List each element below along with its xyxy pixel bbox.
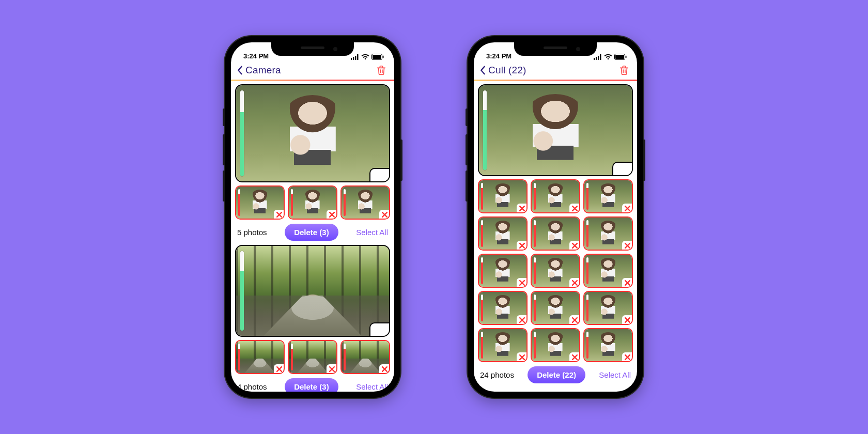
photo-thumb[interactable] [235,340,285,374]
photo-thumb[interactable] [288,185,337,220]
remove-icon[interactable] [379,364,390,374]
hero-photo[interactable] [235,245,390,337]
photo-thumb[interactable] [583,179,633,213]
remove-icon[interactable] [569,315,580,324]
back-icon[interactable] [478,66,487,75]
quality-indicator [344,344,346,370]
quality-indicator [481,332,483,359]
remove-icon[interactable] [569,204,580,213]
wifi-icon [604,54,612,60]
remove-icon[interactable] [622,315,632,324]
quality-indicator [238,189,240,216]
remove-icon[interactable] [274,210,284,219]
battery-icon [614,54,627,60]
quality-indicator [586,295,588,321]
quality-indicator [238,344,240,370]
quality-indicator [240,90,244,176]
photo-thumb[interactable] [531,291,580,325]
group-actions: 24 photos Delete (22) Select All [478,362,633,388]
photo-count: 4 photos [237,382,267,391]
remove-icon[interactable] [517,352,527,362]
svg-rect-1 [353,57,354,60]
battery-icon [371,54,384,60]
remove-icon[interactable] [517,315,527,324]
nav-title[interactable]: Camera [245,65,281,76]
remove-icon[interactable] [327,210,337,219]
content-scroll[interactable]: 24 photos Delete (22) Select All [474,81,637,392]
photo-thumb[interactable] [583,254,633,288]
select-all-button[interactable]: Select All [356,382,388,391]
remove-icon[interactable] [517,204,527,213]
quality-indicator [481,183,483,210]
svg-rect-12 [615,55,624,59]
crop-handle-icon[interactable] [369,322,390,337]
crop-handle-icon[interactable] [369,168,390,182]
svg-rect-0 [351,58,352,60]
nav-title[interactable]: Cull (22) [488,65,526,76]
thumbnail-row [235,340,390,374]
thumbnail-grid [478,179,633,362]
trash-icon[interactable] [376,65,387,76]
remove-icon[interactable] [622,204,632,213]
remove-icon[interactable] [622,352,632,362]
back-icon[interactable] [235,66,244,75]
photo-thumb[interactable] [478,216,528,251]
svg-rect-8 [596,57,597,60]
remove-icon[interactable] [517,241,527,250]
photo-thumb[interactable] [583,291,633,325]
group-actions: 4 photos Delete (3) Select All [235,374,390,392]
signal-icon [594,54,602,60]
hero-photo[interactable] [478,84,633,176]
photo-thumb[interactable] [478,254,528,288]
photo-thumb[interactable] [340,185,390,220]
screen: 3:24 PM Camera [231,42,394,392]
phone-mockup-right: 3:24 PM Cull (22) 24 photos Del [468,36,643,398]
quality-indicator [291,189,293,216]
photo-count: 24 photos [480,370,514,379]
hero-photo[interactable] [235,84,390,182]
photo-thumb[interactable] [531,254,580,288]
quality-indicator [534,183,536,210]
remove-icon[interactable] [622,278,632,287]
quality-indicator [481,220,483,247]
select-all-button[interactable]: Select All [356,228,388,237]
quality-indicator [291,344,293,370]
photo-thumb[interactable] [478,291,528,325]
nav-bar: Cull (22) [474,61,637,80]
photo-thumb[interactable] [288,340,337,374]
quality-indicator [240,251,244,331]
remove-icon[interactable] [569,278,580,287]
svg-rect-10 [600,54,601,60]
quality-indicator [586,183,588,210]
photo-thumb[interactable] [531,216,580,251]
delete-button[interactable]: Delete (3) [285,378,338,392]
quality-indicator [481,257,483,284]
remove-icon[interactable] [622,241,632,250]
remove-icon[interactable] [569,241,580,250]
quality-indicator [586,220,588,247]
remove-icon[interactable] [569,352,580,362]
remove-icon[interactable] [274,364,284,374]
remove-icon[interactable] [517,278,527,287]
photo-thumb[interactable] [583,328,633,362]
delete-button[interactable]: Delete (3) [285,224,338,241]
select-all-button[interactable]: Select All [599,370,631,379]
photo-thumb[interactable] [531,328,580,362]
trash-icon[interactable] [618,65,630,76]
delete-button[interactable]: Delete (22) [528,366,585,383]
photo-thumb[interactable] [340,340,390,374]
clock: 3:24 PM [486,52,512,60]
svg-rect-2 [355,56,357,60]
remove-icon[interactable] [327,364,337,374]
photo-thumb[interactable] [583,216,633,251]
photo-thumb[interactable] [478,179,528,213]
photo-thumb[interactable] [531,179,580,213]
content-scroll[interactable]: 5 photos Delete (3) Select All 4 photos … [231,81,394,392]
crop-handle-icon[interactable] [612,162,633,176]
remove-icon[interactable] [379,210,390,219]
svg-rect-5 [373,55,381,59]
svg-rect-6 [383,56,384,58]
photo-thumb[interactable] [235,185,285,220]
photo-thumb[interactable] [478,328,528,362]
quality-indicator [534,295,536,321]
